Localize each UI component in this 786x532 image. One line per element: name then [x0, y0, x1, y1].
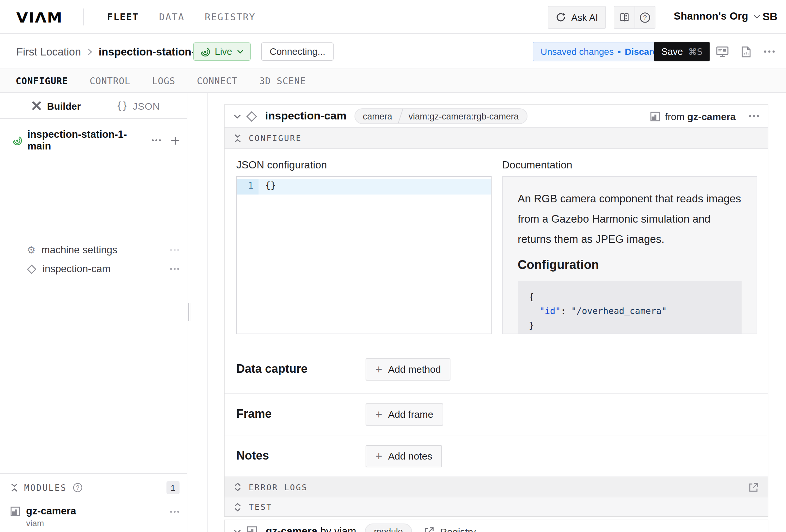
item-menu-icon[interactable]: [170, 249, 180, 251]
frame-heading: Frame: [236, 407, 366, 421]
modules-section: MODULES ? 1 gz-camera: [0, 473, 187, 528]
expand-vertical-icon: [234, 482, 241, 491]
sidebar-resize-handle[interactable]: [188, 303, 191, 321]
module-list-item[interactable]: gz-camera viam: [0, 501, 187, 528]
org-name: Shannon's Org: [674, 10, 748, 22]
docs-help-group: ?: [614, 6, 655, 29]
report-file-icon[interactable]: [742, 46, 751, 57]
collapse-chevron-icon[interactable]: [234, 114, 241, 118]
frame-section: Frame + Add frame: [225, 393, 768, 435]
component-model: viam:gz-camera:rgb-camera: [400, 111, 527, 121]
ask-ai-button[interactable]: Ask AI: [548, 6, 606, 29]
plus-icon: +: [375, 408, 382, 420]
external-link-icon[interactable]: [749, 482, 759, 492]
broadcast-icon: [201, 47, 210, 56]
viam-app: VIΛM FLEET DATA REGISTRY Ask AI: [0, 0, 786, 532]
breadcrumb: First Location inspection-station-1: [16, 34, 201, 69]
machine-status-dropdown[interactable]: Live: [193, 42, 250, 61]
nav-divider: [83, 8, 84, 25]
sidebar-item-inspection-cam[interactable]: inspection-cam: [0, 260, 187, 277]
tree-machine-part[interactable]: inspection-station-1-main: [0, 132, 187, 149]
user-avatar[interactable]: SB: [763, 10, 778, 23]
from-module-label: from gz-camera: [665, 111, 736, 122]
modules-help-icon[interactable]: ?: [73, 482, 83, 493]
save-button[interactable]: Save ⌘S: [654, 42, 710, 61]
tab-3d-scene[interactable]: 3D SCENE: [259, 75, 306, 86]
nav-item-registry[interactable]: REGISTRY: [205, 12, 256, 22]
modules-label: MODULES: [24, 483, 67, 492]
sidebar-item-machine-settings[interactable]: ⚙ machine settings: [0, 241, 187, 258]
doc-code-sample: { "id": "/overhead_camera" }: [518, 281, 742, 334]
top-nav: VIΛM FLEET DATA REGISTRY Ask AI: [0, 0, 786, 34]
plus-icon: +: [375, 450, 382, 462]
test-bar[interactable]: TEST: [225, 497, 768, 516]
module-badge: module: [365, 524, 412, 532]
add-notes-button[interactable]: + Add notes: [366, 445, 442, 467]
status-label: Live: [215, 46, 232, 57]
connection-status-button[interactable]: Connecting...: [261, 42, 334, 61]
item-menu-icon[interactable]: [170, 268, 180, 270]
modules-header[interactable]: MODULES ? 1: [0, 474, 187, 501]
nav-item-fleet[interactable]: FLEET: [107, 12, 139, 22]
save-label: Save: [661, 46, 683, 57]
save-shortcut: ⌘S: [688, 46, 702, 57]
module-org: viam: [26, 518, 76, 528]
error-logs-bar[interactable]: ERROR LOGS: [225, 477, 768, 497]
ask-ai-sparkle-icon: [556, 12, 567, 23]
data-capture-heading: Data capture: [236, 362, 366, 376]
component-diamond-icon: [246, 111, 257, 122]
component-card-header: inspection-cam camera viam:gz-camera:rgb…: [225, 105, 768, 127]
part-menu-icon[interactable]: [152, 139, 161, 142]
ask-ai-label: Ask AI: [571, 12, 598, 23]
chevron-down-icon: [753, 14, 761, 19]
json-label: JSON: [133, 100, 160, 111]
viam-logo[interactable]: VIΛM: [16, 10, 63, 25]
add-component-icon[interactable]: [171, 136, 180, 145]
component-menu-icon[interactable]: [749, 115, 759, 117]
json-mode-button[interactable]: {} JSON: [116, 93, 160, 119]
registry-link[interactable]: Registry: [440, 526, 476, 532]
module-icon: [10, 507, 20, 516]
json-config-label: JSON configuration: [236, 159, 327, 171]
module-menu-icon[interactable]: [170, 510, 180, 513]
svg-text:?: ?: [76, 484, 79, 491]
machine-tabs: CONFIGURE CONTROL LOGS CONNECT 3D SCENE: [0, 69, 786, 93]
org-switcher[interactable]: Shannon's Org: [674, 10, 761, 22]
tab-configure[interactable]: CONFIGURE: [16, 75, 68, 86]
documentation-label: Documentation: [502, 159, 572, 171]
braces-icon: {}: [116, 100, 128, 112]
external-link-icon: [424, 527, 434, 532]
json-config-editor[interactable]: 1 {}: [236, 176, 491, 334]
sidebar-mode-toggle: Builder {} JSON: [0, 93, 187, 119]
configure-section-bar[interactable]: CONFIGURE: [225, 127, 768, 149]
machine-settings-label: machine settings: [42, 244, 117, 256]
modules-count-badge: 1: [166, 481, 180, 494]
breadcrumb-location[interactable]: First Location: [16, 45, 81, 58]
documentation-panel[interactable]: An RGB camera component that reads image…: [502, 176, 757, 334]
module-card-gz-camera: gz-camera by viam module Registry: [224, 519, 768, 532]
collapse-vertical-icon: [234, 134, 241, 143]
nav-item-data[interactable]: DATA: [159, 12, 184, 22]
tab-control[interactable]: CONTROL: [90, 75, 131, 86]
unsaved-changes-banner: Unsaved changes • Discard: [533, 42, 666, 61]
add-method-button[interactable]: + Add method: [366, 358, 451, 380]
builder-mode-button[interactable]: Builder: [31, 93, 80, 119]
machine-name: inspection-station-1: [98, 45, 201, 58]
documentation-book-icon[interactable]: [614, 6, 634, 28]
editor-line-number: 1: [237, 179, 258, 194]
tab-connect[interactable]: CONNECT: [197, 75, 238, 86]
main-content: inspection-cam camera viam:gz-camera:rgb…: [208, 93, 786, 532]
monitor-icon[interactable]: [716, 46, 729, 57]
add-frame-button[interactable]: + Add frame: [366, 403, 443, 425]
tab-logs[interactable]: LOGS: [152, 75, 175, 86]
machine-bar-icons: [716, 34, 775, 69]
primary-nav: FLEET DATA REGISTRY: [107, 0, 256, 34]
more-actions-icon[interactable]: [764, 50, 775, 53]
discard-link[interactable]: Discard: [625, 46, 658, 57]
module-card-title: gz-camera by viam: [266, 526, 356, 532]
connection-label: Connecting...: [270, 46, 325, 57]
inspection-cam-label: inspection-cam: [42, 263, 111, 275]
help-icon[interactable]: ?: [634, 6, 655, 28]
plus-icon: +: [375, 363, 382, 375]
collapse-chevron-icon[interactable]: [234, 529, 241, 532]
